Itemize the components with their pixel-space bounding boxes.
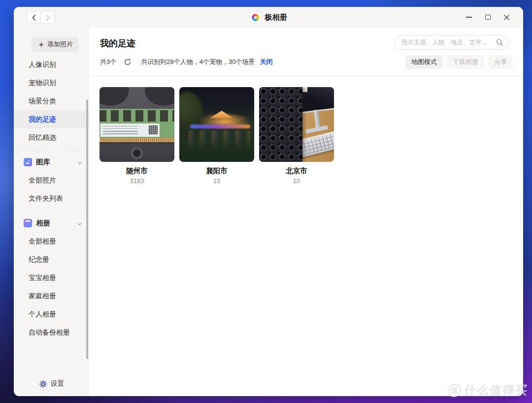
card-photo[interactable] (259, 87, 334, 162)
maximize-button[interactable] (482, 11, 494, 23)
sidebar-item-scene-category[interactable]: 场景分类 (14, 92, 89, 110)
app-window: 极相册 ＋ 添加照片 人像识别 宠物识别 场景分类 我的足迹 (14, 7, 523, 396)
chevron-left-icon (31, 14, 37, 21)
sidebar-item-label: 家庭相册 (29, 292, 56, 301)
section-label: 图库 (36, 157, 50, 167)
sidebar-item-family-album[interactable]: 家庭相册 (14, 287, 89, 305)
sidebar-item-label: 自动备份相册 (29, 328, 70, 337)
plus-icon: ＋ (37, 40, 45, 49)
sidebar-section-gallery[interactable]: 图库 (14, 153, 89, 171)
minimize-icon (466, 17, 472, 18)
close-button[interactable] (500, 11, 512, 23)
titlebar: 极相册 (14, 7, 523, 28)
sidebar-item-label: 全部相册 (29, 237, 56, 246)
footprint-card-xiangyang[interactable]: 襄阳市 15 (179, 87, 254, 185)
sidebar-section-albums[interactable]: 相册 (14, 214, 89, 232)
sidebar-item-all-photos[interactable]: 全部照片 (14, 171, 89, 189)
sidebar-divider (19, 211, 84, 211)
sidebar: ＋ 添加照片 人像识别 宠物识别 场景分类 我的足迹 回忆精选 图库 (14, 28, 89, 396)
footprint-card-grid: 随州市 3183 襄阳市 15 (89, 76, 523, 185)
gallery-icon (24, 158, 32, 166)
map-mode-button[interactable]: 地图模式 (405, 55, 443, 69)
sidebar-item-label: 全部照片 (29, 176, 56, 185)
sidebar-item-label: 场景分类 (29, 97, 56, 106)
sidebar-item-folder-list[interactable]: 文件夹列表 (14, 189, 89, 208)
refresh-button[interactable] (124, 58, 132, 66)
section-label: 相册 (36, 218, 50, 228)
card-photo-count: 10 (259, 177, 334, 185)
card-photo-count: 15 (179, 177, 254, 185)
search-box (394, 35, 509, 50)
sidebar-item-label: 个人相册 (29, 310, 56, 319)
settings-button[interactable]: 设置 (14, 379, 89, 388)
refresh-icon (124, 58, 132, 66)
album-icon (24, 219, 32, 227)
sidebar-item-memorial-album[interactable]: 纪念册 (14, 250, 89, 269)
sidebar-item-label: 纪念册 (29, 255, 49, 264)
app-flower-icon (250, 12, 261, 23)
sidebar-item-label: 宠物识别 (29, 79, 56, 88)
minimize-button[interactable] (463, 11, 475, 23)
sidebar-item-face-recognition[interactable]: 人像识别 (14, 56, 89, 74)
main-panel: 我的足迹 共3个 (89, 28, 523, 396)
window-title: 极相册 (250, 12, 287, 23)
sidebar-item-all-albums[interactable]: 全部相册 (14, 232, 89, 250)
app-title-text: 极相册 (265, 13, 287, 22)
chevron-right-icon (45, 14, 51, 21)
total-count: 共3个 (100, 58, 116, 66)
share-button[interactable]: 分享 (488, 55, 513, 69)
smzdm-badge-icon: 值 (447, 384, 462, 397)
smzdm-watermark-text: 什么值得买 (464, 382, 529, 398)
settings-label: 设置 (51, 379, 65, 388)
add-photos-label: 添加照片 (47, 40, 73, 49)
sidebar-scrollbar[interactable] (86, 99, 88, 359)
sidebar-item-baby-album[interactable]: 宝宝相册 (14, 269, 89, 287)
chevron-down-icon (77, 159, 82, 167)
desktop-wallpaper: 极相册 ＋ 添加照片 人像识别 宠物识别 场景分类 我的足迹 (0, 0, 532, 403)
close-summary-link[interactable]: 关闭 (260, 58, 272, 66)
sidebar-item-my-footprints[interactable]: 我的足迹 (14, 110, 89, 128)
close-icon (503, 14, 510, 21)
card-city-label: 襄阳市 (179, 166, 254, 176)
search-icon[interactable] (496, 38, 503, 46)
card-city-label: 随州市 (100, 166, 174, 176)
card-photo[interactable] (179, 87, 254, 162)
footprint-card-beijing[interactable]: 北京市 10 (259, 87, 334, 185)
footprint-card-suizhou[interactable]: 随州市 3183 (100, 87, 174, 185)
sidebar-item-memories[interactable]: 回忆精选 (14, 128, 89, 147)
add-photos-button[interactable]: ＋ 添加照片 (32, 37, 79, 52)
search-input[interactable] (401, 39, 496, 46)
nav-buttons (27, 11, 55, 24)
sidebar-item-personal-album[interactable]: 个人相册 (14, 305, 89, 323)
action-buttons: 地图模式 下载相册 分享 (405, 55, 513, 69)
card-city-label: 北京市 (259, 166, 334, 176)
page-header: 我的足迹 共3个 (89, 28, 523, 76)
smzdm-watermark: 值 什么值得买 (447, 382, 529, 398)
card-photo[interactable] (100, 87, 174, 162)
card-photo-count: 3183 (100, 177, 174, 185)
sidebar-item-pet-recognition[interactable]: 宠物识别 (14, 74, 89, 92)
sidebar-item-auto-backup-album[interactable]: 自动备份相册 (14, 323, 89, 341)
sidebar-item-label: 宝宝相册 (29, 274, 56, 282)
chevron-down-icon (77, 220, 82, 228)
forward-button[interactable] (41, 11, 55, 24)
sidebar-item-label: 我的足迹 (29, 115, 56, 124)
status-row: 共3个 共识别到28个人物，4个宠物，30个场景 关闭 (100, 58, 272, 66)
sidebar-divider (19, 150, 84, 150)
back-button[interactable] (27, 11, 41, 24)
download-album-button[interactable]: 下载相册 (447, 55, 484, 69)
sidebar-item-label: 回忆精选 (29, 133, 56, 142)
sidebar-item-label: 人像识别 (29, 61, 56, 69)
recognition-summary: 共识别到28个人物，4个宠物，30个场景 (141, 58, 255, 66)
gear-icon (39, 380, 47, 388)
window-controls (463, 7, 512, 28)
page-title: 我的足迹 (100, 37, 135, 49)
maximize-icon (485, 15, 491, 20)
sidebar-item-label: 文件夹列表 (29, 194, 63, 203)
